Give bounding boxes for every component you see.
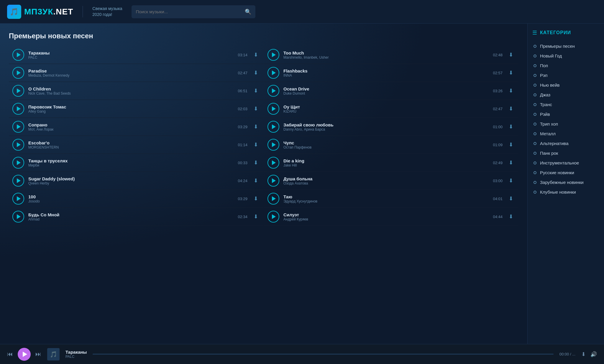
search-bar[interactable]: 🔍 <box>132 5 255 18</box>
play-track-button[interactable] <box>267 175 279 187</box>
download-button[interactable]: ⬇ <box>507 141 515 149</box>
sidebar-item-category[interactable]: Инструментальное <box>532 158 599 168</box>
play-track-button[interactable] <box>267 139 279 151</box>
download-button[interactable]: ⬇ <box>252 213 260 221</box>
list-item[interactable]: Sugar Daddy (slowed) Qveen Herby 04:24 ⬇ <box>9 172 263 190</box>
play-track-button[interactable] <box>267 121 279 133</box>
list-item[interactable]: Будь Со Мной Ahmad 02:34 ⬇ <box>9 208 263 226</box>
next-button[interactable]: ⏭ <box>35 351 41 358</box>
list-item[interactable]: Escobar'o MORGENSHTERN 01:14 ⬇ <box>9 136 263 154</box>
play-track-button[interactable] <box>12 49 24 61</box>
sidebar-item-category[interactable]: Панк рок <box>532 148 599 158</box>
play-track-button[interactable] <box>12 157 24 169</box>
list-item[interactable]: Забирай свою любовь Danny Abro, Арина Ба… <box>264 118 518 136</box>
download-button[interactable]: ⬇ <box>252 105 260 113</box>
play-track-button[interactable] <box>267 211 279 223</box>
download-button[interactable]: ⬇ <box>507 51 515 59</box>
player-track-artist: PALC <box>65 355 87 359</box>
list-item[interactable]: Душа больна Озода Ахатова 03:00 ⬇ <box>264 172 518 190</box>
category-dot-icon <box>534 103 536 106</box>
play-track-button[interactable] <box>267 157 279 169</box>
download-button[interactable]: ⬇ <box>252 141 260 149</box>
download-button[interactable]: ⬇ <box>507 213 515 221</box>
play-track-button[interactable] <box>12 139 24 151</box>
download-button[interactable]: ⬇ <box>252 51 260 59</box>
play-track-button[interactable] <box>267 49 279 61</box>
logo-area: 🎵 МП3УК.NET <box>7 5 73 19</box>
list-item[interactable]: Die a king Jake Hill 02:49 ⬇ <box>264 154 518 172</box>
track-name: Таю <box>283 194 488 199</box>
download-button[interactable]: ⬇ <box>507 177 515 185</box>
list-item[interactable]: Силуэт Андрей Куряев 04:44 ⬇ <box>264 208 518 226</box>
play-track-button[interactable] <box>12 103 24 115</box>
list-item[interactable]: Паровозик Томас Alley Gang 02:03 ⬇ <box>9 100 263 118</box>
category-label: Рэйв <box>540 112 550 117</box>
download-button[interactable]: ⬇ <box>252 177 260 185</box>
list-item[interactable]: Танцы в труселях Мирби 00:33 ⬇ <box>9 154 263 172</box>
sidebar-item-category[interactable]: Зарубежные новинки <box>532 177 599 187</box>
download-button[interactable]: ⬇ <box>252 69 260 77</box>
play-track-button[interactable] <box>12 211 24 223</box>
play-track-button[interactable] <box>267 85 279 97</box>
list-item[interactable]: Paradise Meduza, Dermot Kennedy 02:47 ⬇ <box>9 64 263 82</box>
sidebar-item-category[interactable]: Русские новинки <box>532 168 599 177</box>
sidebar-item-category[interactable]: Транс <box>532 100 599 109</box>
play-track-button[interactable] <box>12 85 24 97</box>
track-artist: Мирби <box>28 163 233 167</box>
download-button[interactable]: ⬇ <box>507 69 515 77</box>
list-item[interactable]: Тараканы PALC 03:14 ⬇ <box>9 46 263 64</box>
sidebar-item-category[interactable]: Металл <box>532 129 599 139</box>
sidebar-item-category[interactable]: Трип хоп <box>532 119 599 129</box>
list-item[interactable]: Flashbacks INNA 02:57 ⬇ <box>264 64 518 82</box>
play-track-button[interactable] <box>267 193 279 205</box>
list-item[interactable]: Чупс Остап Парфенов 01:09 ⬇ <box>264 136 518 154</box>
download-button[interactable]: ⬇ <box>507 105 515 113</box>
search-icon[interactable]: 🔍 <box>245 9 251 15</box>
download-button[interactable]: ⬇ <box>252 195 260 203</box>
album-thumbnail: 🎵 <box>47 348 60 360</box>
list-item[interactable]: 100 Josodo 03:29 ⬇ <box>9 190 263 208</box>
sidebar-item-category[interactable]: Новый Год <box>532 51 599 61</box>
logo-icon: 🎵 <box>7 5 21 19</box>
download-button[interactable]: ⬇ <box>507 87 515 95</box>
play-track-button[interactable] <box>12 67 24 79</box>
play-track-button[interactable] <box>267 103 279 115</box>
track-duration: 02:34 <box>237 215 247 219</box>
play-track-button[interactable] <box>12 193 24 205</box>
play-track-button[interactable] <box>267 67 279 79</box>
play-pause-button[interactable] <box>18 348 31 361</box>
category-label: Инструментальное <box>540 160 579 165</box>
track-artist: Duke Dumont <box>283 91 488 95</box>
sidebar-item-category[interactable]: Поп <box>532 61 599 70</box>
list-item[interactable]: Too Much Marshmello, Imanbek, Usher 02:4… <box>264 46 518 64</box>
player-download-icon[interactable]: ⬇ <box>581 351 586 358</box>
player-progress-bar[interactable] <box>93 354 553 355</box>
play-track-button[interactable] <box>12 175 24 187</box>
track-name: Сопрано <box>28 122 233 127</box>
list-item[interactable]: Оу Щит KIZARU 02:47 ⬇ <box>264 100 518 118</box>
download-button[interactable]: ⬇ <box>252 123 260 131</box>
sidebar-item-category[interactable]: Рэйв <box>532 109 599 119</box>
list-item[interactable]: Таю Эдуард Хуснутдинов 04:01 ⬇ <box>264 190 518 208</box>
sidebar-item-category[interactable]: Рэп <box>532 70 599 80</box>
download-button[interactable]: ⬇ <box>507 159 515 167</box>
player-track-name: Тараканы <box>65 350 87 355</box>
sidebar-item-category[interactable]: Джаз <box>532 90 599 100</box>
download-button[interactable]: ⬇ <box>507 123 515 131</box>
sidebar-item-category[interactable]: Клубные новинки <box>532 187 599 197</box>
sidebar-item-category[interactable]: Нью вейв <box>532 80 599 90</box>
track-info: Тараканы PALC <box>28 50 233 60</box>
list-item[interactable]: Сопрано Мот, Ани Лорак 03:29 ⬇ <box>9 118 263 136</box>
download-button[interactable]: ⬇ <box>252 87 260 95</box>
download-button[interactable]: ⬇ <box>507 195 515 203</box>
download-button[interactable]: ⬇ <box>252 159 260 167</box>
sidebar-item-category[interactable]: Премьеры песен <box>532 41 599 51</box>
prev-button[interactable]: ⏮ <box>7 351 13 358</box>
sidebar-item-category[interactable]: Альтернатива <box>532 139 599 148</box>
player-volume-icon[interactable]: 🔊 <box>590 351 597 358</box>
play-track-button[interactable] <box>12 121 24 133</box>
list-item[interactable]: Ocean Drive Duke Dumont 03:26 ⬇ <box>264 82 518 100</box>
search-input[interactable] <box>136 9 245 14</box>
list-item[interactable]: O Children Nick Cave, The Bad Seeds 06:5… <box>9 82 263 100</box>
track-name: Paradise <box>28 68 233 73</box>
